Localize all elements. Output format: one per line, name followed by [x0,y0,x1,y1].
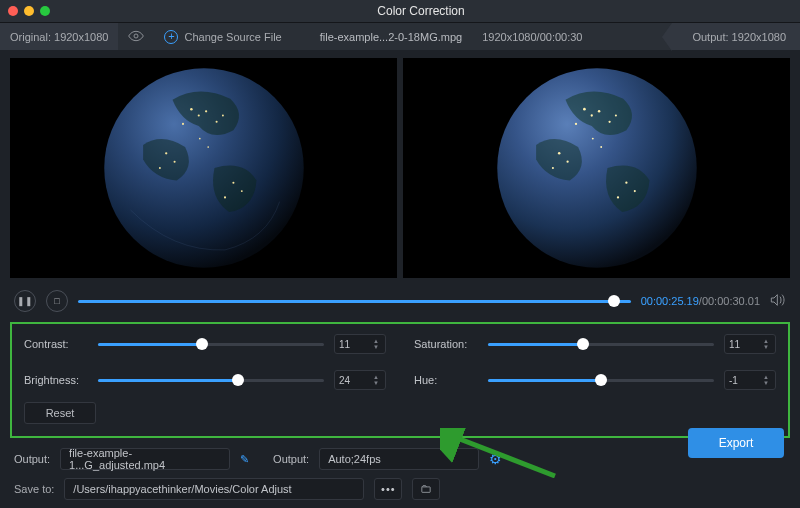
svg-point-15 [207,146,209,148]
svg-point-21 [614,114,616,116]
svg-point-30 [600,146,602,148]
preview-area [0,50,800,284]
svg-point-13 [223,196,225,198]
source-meta: 1920x1080/00:00:30 [482,31,582,43]
edit-filename-icon[interactable]: ✎ [240,453,249,466]
color-adjustments-panel: Contrast: 11 ▲▼ Saturation: 11 ▲▼ Bright… [10,322,790,438]
pause-button[interactable]: ❚❚ [14,290,36,312]
svg-point-5 [215,121,217,123]
brightness-slider[interactable] [98,373,324,387]
svg-point-19 [597,110,600,113]
saturation-slider[interactable] [488,337,714,351]
svg-point-25 [551,167,553,169]
contrast-slider[interactable] [98,337,324,351]
svg-point-26 [625,182,627,184]
svg-rect-31 [422,487,430,492]
saturation-row: Saturation: 11 ▲▼ [414,334,776,354]
playback-bar: ❚❚ □ 00:00:25.19/00:00:30.01 [0,284,800,322]
minimize-window-button[interactable] [24,6,34,16]
preview-toggle-icon[interactable] [128,30,144,44]
output-format-field[interactable]: Auto;24fps [319,448,479,470]
saturation-label: Saturation: [414,338,478,350]
stop-button[interactable]: □ [46,290,68,312]
window-controls [8,6,50,16]
export-button[interactable]: Export [688,428,784,458]
output-label-2: Output: [273,453,309,465]
contrast-row: Contrast: 11 ▲▼ [24,334,386,354]
output-filename-field[interactable]: file-example-1...G_adjusted.mp4 [60,448,230,470]
plus-icon: + [164,30,178,44]
earth-image-adjusted [492,63,702,273]
brightness-label: Brightness: [24,374,88,386]
save-path-field[interactable]: /Users/ihappyacethinker/Movies/Color Adj… [64,478,364,500]
preview-original [10,58,397,278]
svg-point-23 [557,152,560,155]
svg-point-20 [608,121,610,123]
window-title: Color Correction [50,4,792,18]
stepper-arrows[interactable]: ▲▼ [763,371,773,389]
svg-point-10 [158,167,160,169]
save-row: Save to: /Users/ihappyacethinker/Movies/… [0,472,800,508]
output-row: Output: file-example-1...G_adjusted.mp4 … [0,438,800,472]
svg-point-28 [616,196,618,198]
maximize-window-button[interactable] [40,6,50,16]
close-window-button[interactable] [8,6,18,16]
svg-point-29 [591,138,593,140]
svg-point-2 [190,108,193,111]
timecode: 00:00:25.19/00:00:30.01 [641,295,760,307]
top-toolbar: Original: 1920x1080 + Change Source File… [0,22,800,50]
hue-row: Hue: -1 ▲▼ [414,370,776,390]
preview-adjusted [403,58,790,278]
svg-point-22 [574,123,576,125]
time-current: 00:00:25.19 [641,295,699,307]
stepper-arrows[interactable]: ▲▼ [763,335,773,353]
time-total: /00:00:30.01 [699,295,760,307]
svg-point-9 [173,161,175,163]
volume-icon[interactable] [770,293,786,309]
contrast-value[interactable]: 11 ▲▼ [334,334,386,354]
svg-point-18 [590,114,592,116]
svg-point-11 [232,182,234,184]
svg-point-4 [204,110,206,112]
svg-point-14 [198,138,200,140]
titlebar: Color Correction [0,0,800,22]
earth-image [99,63,309,273]
more-options-button[interactable]: ••• [374,478,402,500]
change-source-button[interactable]: + Change Source File [154,23,291,50]
change-source-label: Change Source File [184,31,281,43]
saturation-value[interactable]: 11 ▲▼ [724,334,776,354]
save-to-label: Save to: [14,483,54,495]
stepper-arrows[interactable]: ▲▼ [373,335,383,353]
folder-icon [421,483,431,495]
hue-label: Hue: [414,374,478,386]
svg-point-12 [240,190,242,192]
svg-point-24 [566,161,568,163]
source-filename: file-example...2-0-18MG.mpg [320,31,462,43]
output-label-1: Output: [14,453,50,465]
stepper-arrows[interactable]: ▲▼ [373,371,383,389]
output-settings-gear-icon[interactable]: ⚙ [489,451,502,467]
contrast-label: Contrast: [24,338,88,350]
hue-value[interactable]: -1 ▲▼ [724,370,776,390]
svg-point-27 [633,190,635,192]
reset-button[interactable]: Reset [24,402,96,424]
svg-point-0 [134,34,138,38]
output-resolution-label: Output: 1920x1080 [692,31,786,43]
svg-point-8 [165,152,167,154]
timeline-slider[interactable] [78,294,631,308]
original-resolution-label: Original: 1920x1080 [10,31,108,43]
hue-slider[interactable] [488,373,714,387]
brightness-value[interactable]: 24 ▲▼ [334,370,386,390]
open-folder-button[interactable] [412,478,440,500]
svg-point-3 [197,114,199,116]
brightness-row: Brightness: 24 ▲▼ [24,370,386,390]
svg-point-17 [583,108,586,111]
svg-point-7 [181,123,183,125]
svg-point-6 [221,115,223,117]
